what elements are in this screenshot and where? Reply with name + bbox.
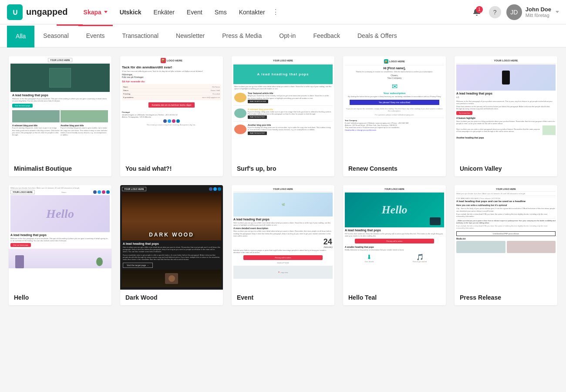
template-name: Event: [232, 290, 334, 305]
logo-area[interactable]: ∪ ungapped: [7, 4, 68, 20]
template-name: Surf's up, bro: [232, 161, 334, 176]
template-card-event[interactable]: YOUR LOGO HERE 🌿 A lead heading that pop…: [232, 185, 334, 305]
nav-item-skapa[interactable]: Skapa: [78, 6, 113, 18]
ungapped-logo-icon: ∪: [7, 4, 23, 20]
filter-tab-feedback[interactable]: Feedback: [304, 26, 348, 47]
template-name: You said what?!: [120, 161, 223, 176]
template-preview: YOUR LOGO HERE A lead heading that pops …: [9, 56, 111, 161]
nav-item-enkater[interactable]: Enkäter: [148, 6, 180, 18]
filter-tab-alla[interactable]: Alla: [7, 26, 34, 47]
help-button[interactable]: ?: [489, 6, 501, 18]
template-preview: YOUR LOGO HERE While your pre-header liv…: [455, 185, 557, 290]
user-area[interactable]: JD John Doe Mitt företag: [506, 4, 559, 20]
template-card-press-release[interactable]: YOUR LOGO HERE While your pre-header liv…: [455, 185, 557, 305]
template-card-hello-teal[interactable]: YOUR LOGO HERE Hello A lead heading that…: [343, 185, 446, 305]
filter-tabs: Alla Seasonal Events Transactional Newsl…: [0, 26, 566, 47]
template-card-minimalist-boutique[interactable]: YOUR LOGO HERE A lead heading that pops …: [9, 56, 111, 176]
svg-text:∪: ∪: [12, 8, 18, 17]
filter-tab-press-media[interactable]: Press & Media: [213, 26, 270, 47]
template-preview: YOUR LOGO HERE A lead heading that pops …: [232, 56, 334, 161]
template-name: Hello Teal: [343, 290, 446, 305]
template-name: Unicorn Valley: [455, 161, 557, 176]
skapa-chevron-icon: [104, 11, 108, 13]
user-chevron-icon: [556, 11, 559, 13]
template-card-unicorn-valley[interactable]: YOUR LOGO HERE A lead heading that popsv…: [455, 56, 557, 176]
template-name: Hello: [9, 290, 111, 305]
template-preview: 📦 LOGO HERE Hi [First name], Thanks for …: [343, 56, 446, 161]
filter-tab-opt-in[interactable]: Opt-in: [270, 26, 304, 47]
nav-item-utskick[interactable]: Utskick: [115, 6, 147, 18]
template-name: Dark Wood: [120, 290, 223, 305]
user-name: John Doe: [526, 6, 551, 13]
template-preview: YOUR LOGO HERE A lead heading that popsv…: [455, 56, 557, 161]
template-card-surfs-up[interactable]: YOUR LOGO HERE A lead heading that pops …: [232, 56, 334, 176]
template-preview: YOUR LOGO HERE 🌿 A lead heading that pop…: [232, 185, 334, 290]
user-company: Mitt företag: [526, 13, 551, 18]
filter-tab-deals[interactable]: Deals & Offers: [349, 26, 406, 47]
template-card-renew-consents[interactable]: 📦 LOGO HERE Hi [First name], Thanks for …: [343, 56, 446, 176]
top-nav: ∪ ungapped Skapa Utskick Enkäter Event S…: [0, 0, 566, 24]
template-preview: While your pre-header lives here. Make s…: [9, 185, 111, 290]
nav-more-icon[interactable]: ⋮: [272, 8, 274, 17]
template-name: Press Release: [455, 290, 557, 305]
notification-badge: 1: [476, 6, 483, 13]
nav-item-sms[interactable]: Sms: [209, 6, 232, 18]
nav-item-event[interactable]: Event: [182, 6, 208, 18]
template-name: Renew Consents: [343, 161, 446, 176]
avatar: JD: [506, 4, 522, 20]
filter-tab-events[interactable]: Events: [77, 26, 114, 47]
template-name: Minimalist Boutique: [9, 161, 111, 176]
template-preview: YOUR LOGO HERE Hello A lead heading that…: [343, 185, 446, 290]
template-card-you-said-what[interactable]: 📦 LOGO HERE Tack för din anmälan/ditt sv…: [120, 56, 223, 176]
filter-tab-transactional[interactable]: Transactional: [114, 26, 168, 47]
template-card-hello[interactable]: While your pre-header lives here. Make s…: [9, 185, 111, 305]
notification-button[interactable]: 1: [470, 5, 484, 19]
nav-right: 1 ? JD John Doe Mitt företag: [470, 4, 559, 20]
template-grid: YOUR LOGO HERE A lead heading that pops …: [0, 47, 566, 314]
nav-items: Skapa Utskick Enkäter Event Sms Kontakte…: [78, 6, 470, 18]
template-preview: YOUR LOGO HERE DARK WOOD A lead heading …: [120, 185, 223, 290]
filter-tab-newsletter[interactable]: Newsletter: [167, 26, 213, 47]
template-preview: 📦 LOGO HERE Tack för din anmälan/ditt sv…: [120, 56, 223, 161]
filter-tab-seasonal[interactable]: Seasonal: [34, 26, 77, 47]
nav-item-kontakter[interactable]: Kontakter: [234, 6, 270, 18]
template-card-dark-wood[interactable]: YOUR LOGO HERE DARK WOOD A lead heading …: [120, 185, 223, 305]
logo-text: ungapped: [26, 7, 68, 17]
